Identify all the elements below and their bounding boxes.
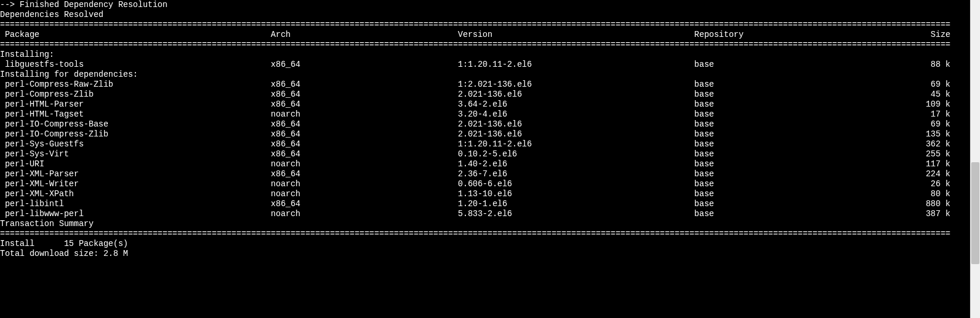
separator-line: ========================================… (0, 40, 970, 50)
table-header-row: Package Arch Version Repository Size (0, 30, 970, 40)
table-row: perl-XML-Parser x86_64 2.36-7.el6 base 2… (0, 169, 970, 179)
table-row: perl-XML-XPath noarch 1.13-10.el6 base 8… (0, 189, 970, 199)
table-row: perl-XML-Writer noarch 0.606-6.el6 base … (0, 179, 970, 189)
separator-line: ========================================… (0, 20, 970, 30)
line-dependencies-resolved: Dependencies Resolved (0, 10, 970, 20)
scrollbar-track[interactable] (971, 0, 980, 318)
section-installing: Installing: (0, 50, 970, 60)
separator-line: ========================================… (0, 229, 970, 239)
table-row: perl-Sys-Guestfs x86_64 1:1.20.11-2.el6 … (0, 139, 970, 149)
table-row: perl-HTML-Tagset noarch 3.20-4.el6 base … (0, 110, 970, 119)
table-row: perl-Compress-Zlib x86_64 2.021-136.el6 … (0, 90, 970, 100)
scrollbar-thumb[interactable] (971, 162, 979, 264)
vertical-scrollbar[interactable] (970, 0, 980, 318)
table-row: perl-Sys-Virt x86_64 0.10.2-5.el6 base 2… (0, 149, 970, 159)
table-row: perl-libintl x86_64 1.20-1.el6 base 880 … (0, 199, 970, 209)
table-row: perl-HTML-Parser x86_64 3.64-2.el6 base … (0, 100, 970, 110)
table-row: perl-IO-Compress-Zlib x86_64 2.021-136.e… (0, 129, 970, 139)
table-row: perl-URI noarch 1.40-2.el6 base 117 k (0, 159, 970, 169)
section-installing-dependencies: Installing for dependencies: (0, 70, 970, 80)
line-total-download-size: Total download size: 2.8 M (0, 249, 970, 259)
table-row: perl-libwww-perl noarch 5.833-2.el6 base… (0, 209, 970, 219)
table-row: libguestfs-tools x86_64 1:1.20.11-2.el6 … (0, 60, 970, 70)
section-transaction-summary: Transaction Summary (0, 219, 970, 229)
terminal-output: --> Finished Dependency ResolutionDepend… (0, 0, 970, 318)
table-row: perl-Compress-Raw-Zlib x86_64 1:2.021-13… (0, 80, 970, 90)
line-install-count: Install 15 Package(s) (0, 239, 970, 249)
table-row: perl-IO-Compress-Base x86_64 2.021-136.e… (0, 119, 970, 129)
line-finished-resolution: --> Finished Dependency Resolution (0, 0, 970, 10)
